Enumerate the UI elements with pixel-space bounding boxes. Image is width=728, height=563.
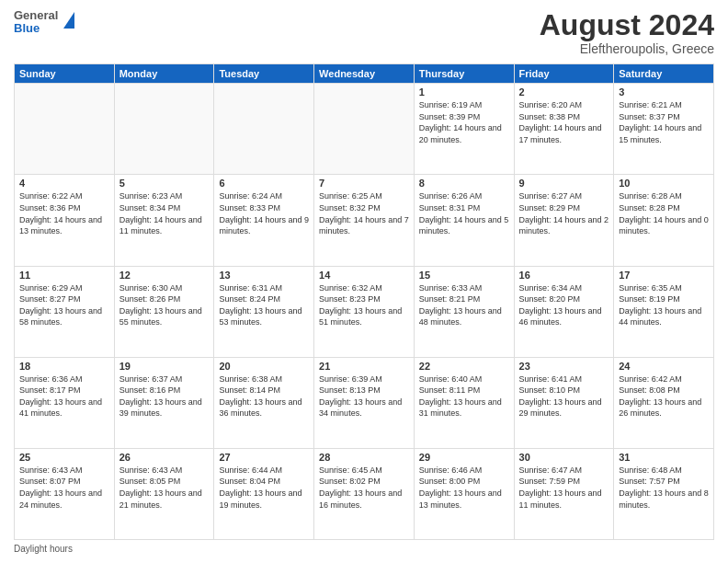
logo-triangle-icon <box>63 12 74 29</box>
calendar-cell: 20Sunrise: 6:38 AM Sunset: 8:14 PM Dayli… <box>214 357 314 448</box>
logo-text: General Blue <box>14 9 58 36</box>
day-info: Sunrise: 6:25 AM Sunset: 8:32 PM Dayligh… <box>319 190 409 236</box>
calendar-cell: 17Sunrise: 6:35 AM Sunset: 8:19 PM Dayli… <box>614 266 714 357</box>
calendar-cell: 25Sunrise: 6:43 AM Sunset: 8:07 PM Dayli… <box>15 448 115 539</box>
weekday-header-sunday: Sunday <box>15 64 115 84</box>
day-info: Sunrise: 6:48 AM Sunset: 7:57 PM Dayligh… <box>619 465 709 511</box>
day-number: 19 <box>119 361 210 372</box>
calendar-cell: 21Sunrise: 6:39 AM Sunset: 8:13 PM Dayli… <box>314 357 415 448</box>
calendar-location: Eleftheroupolis, Greece <box>540 41 714 56</box>
weekday-header-thursday: Thursday <box>414 64 514 84</box>
calendar-cell: 19Sunrise: 6:37 AM Sunset: 8:16 PM Dayli… <box>114 357 214 448</box>
calendar-week-5: 25Sunrise: 6:43 AM Sunset: 8:07 PM Dayli… <box>15 448 714 539</box>
day-number: 28 <box>319 452 409 463</box>
day-number: 22 <box>419 361 509 372</box>
weekday-header-saturday: Saturday <box>614 64 714 84</box>
day-info: Sunrise: 6:24 AM Sunset: 8:33 PM Dayligh… <box>219 190 309 236</box>
day-info: Sunrise: 6:38 AM Sunset: 8:14 PM Dayligh… <box>219 373 309 419</box>
day-number: 23 <box>519 361 609 372</box>
day-number: 25 <box>19 452 109 463</box>
day-info: Sunrise: 6:19 AM Sunset: 8:39 PM Dayligh… <box>419 99 509 145</box>
page: General Blue August 2024 Eleftheroupolis… <box>0 0 728 563</box>
day-number: 14 <box>319 270 409 281</box>
calendar-cell: 22Sunrise: 6:40 AM Sunset: 8:11 PM Dayli… <box>414 357 514 448</box>
calendar-cell: 2Sunrise: 6:20 AM Sunset: 8:38 PM Daylig… <box>514 84 614 175</box>
day-number: 3 <box>619 86 709 98</box>
day-info: Sunrise: 6:21 AM Sunset: 8:37 PM Dayligh… <box>619 99 709 145</box>
calendar-table: SundayMondayTuesdayWednesdayThursdayFrid… <box>14 63 714 540</box>
day-info: Sunrise: 6:23 AM Sunset: 8:34 PM Dayligh… <box>119 190 210 236</box>
calendar-cell: 26Sunrise: 6:43 AM Sunset: 8:05 PM Dayli… <box>114 448 214 539</box>
calendar-week-3: 11Sunrise: 6:29 AM Sunset: 8:27 PM Dayli… <box>15 266 714 357</box>
day-info: Sunrise: 6:43 AM Sunset: 8:07 PM Dayligh… <box>19 465 109 511</box>
calendar-cell: 4Sunrise: 6:22 AM Sunset: 8:36 PM Daylig… <box>15 175 115 266</box>
calendar-week-1: 1Sunrise: 6:19 AM Sunset: 8:39 PM Daylig… <box>15 84 714 175</box>
calendar-cell: 27Sunrise: 6:44 AM Sunset: 8:04 PM Dayli… <box>214 448 314 539</box>
day-number: 16 <box>519 270 609 281</box>
calendar-cell: 29Sunrise: 6:46 AM Sunset: 8:00 PM Dayli… <box>414 448 514 539</box>
day-info: Sunrise: 6:32 AM Sunset: 8:23 PM Dayligh… <box>319 282 409 328</box>
calendar-cell: 10Sunrise: 6:28 AM Sunset: 8:28 PM Dayli… <box>614 175 714 266</box>
day-number: 24 <box>619 361 709 372</box>
weekday-header-monday: Monday <box>114 64 214 84</box>
day-number: 9 <box>519 178 609 189</box>
calendar-cell: 7Sunrise: 6:25 AM Sunset: 8:32 PM Daylig… <box>314 175 415 266</box>
day-info: Sunrise: 6:34 AM Sunset: 8:20 PM Dayligh… <box>519 282 609 328</box>
logo-blue: Blue <box>14 22 58 35</box>
day-number: 29 <box>419 452 509 463</box>
calendar-cell: 30Sunrise: 6:47 AM Sunset: 7:59 PM Dayli… <box>514 448 614 539</box>
day-info: Sunrise: 6:20 AM Sunset: 8:38 PM Dayligh… <box>519 99 609 145</box>
day-number: 31 <box>619 452 709 463</box>
title-block: August 2024 Eleftheroupolis, Greece <box>540 9 714 56</box>
day-number: 1 <box>419 86 509 98</box>
calendar-cell <box>214 84 314 175</box>
day-info: Sunrise: 6:36 AM Sunset: 8:17 PM Dayligh… <box>19 373 109 419</box>
calendar-cell: 13Sunrise: 6:31 AM Sunset: 8:24 PM Dayli… <box>214 266 314 357</box>
calendar-cell <box>15 84 115 175</box>
calendar-cell: 3Sunrise: 6:21 AM Sunset: 8:37 PM Daylig… <box>614 84 714 175</box>
day-info: Sunrise: 6:27 AM Sunset: 8:29 PM Dayligh… <box>519 190 609 236</box>
calendar-cell: 15Sunrise: 6:33 AM Sunset: 8:21 PM Dayli… <box>414 266 514 357</box>
day-info: Sunrise: 6:39 AM Sunset: 8:13 PM Dayligh… <box>319 373 409 419</box>
day-info: Sunrise: 6:33 AM Sunset: 8:21 PM Dayligh… <box>419 282 509 328</box>
day-number: 20 <box>219 361 309 372</box>
day-number: 5 <box>119 178 210 189</box>
calendar-cell: 1Sunrise: 6:19 AM Sunset: 8:39 PM Daylig… <box>414 84 514 175</box>
day-number: 18 <box>19 361 109 372</box>
calendar-cell: 9Sunrise: 6:27 AM Sunset: 8:29 PM Daylig… <box>514 175 614 266</box>
day-info: Sunrise: 6:29 AM Sunset: 8:27 PM Dayligh… <box>19 282 109 328</box>
day-number: 4 <box>19 178 109 189</box>
day-number: 13 <box>219 270 309 281</box>
day-info: Sunrise: 6:44 AM Sunset: 8:04 PM Dayligh… <box>219 465 309 511</box>
day-info: Sunrise: 6:42 AM Sunset: 8:08 PM Dayligh… <box>619 373 709 419</box>
day-info: Sunrise: 6:47 AM Sunset: 7:59 PM Dayligh… <box>519 465 609 511</box>
day-info: Sunrise: 6:40 AM Sunset: 8:11 PM Dayligh… <box>419 373 509 419</box>
day-info: Sunrise: 6:46 AM Sunset: 8:00 PM Dayligh… <box>419 465 509 511</box>
day-number: 27 <box>219 452 309 463</box>
day-number: 8 <box>419 178 509 189</box>
day-info: Sunrise: 6:45 AM Sunset: 8:02 PM Dayligh… <box>319 465 409 511</box>
day-info: Sunrise: 6:43 AM Sunset: 8:05 PM Dayligh… <box>119 465 210 511</box>
footer-daylight: Daylight hours <box>14 544 714 554</box>
day-number: 17 <box>619 270 709 281</box>
day-number: 15 <box>419 270 509 281</box>
weekday-header-tuesday: Tuesday <box>214 64 314 84</box>
calendar-cell: 6Sunrise: 6:24 AM Sunset: 8:33 PM Daylig… <box>214 175 314 266</box>
calendar-title: August 2024 <box>540 9 714 41</box>
day-info: Sunrise: 6:31 AM Sunset: 8:24 PM Dayligh… <box>219 282 309 328</box>
day-number: 6 <box>219 178 309 189</box>
day-number: 30 <box>519 452 609 463</box>
weekday-header-row: SundayMondayTuesdayWednesdayThursdayFrid… <box>15 64 714 84</box>
calendar-week-2: 4Sunrise: 6:22 AM Sunset: 8:36 PM Daylig… <box>15 175 714 266</box>
calendar-cell <box>114 84 214 175</box>
calendar-cell: 5Sunrise: 6:23 AM Sunset: 8:34 PM Daylig… <box>114 175 214 266</box>
day-info: Sunrise: 6:22 AM Sunset: 8:36 PM Dayligh… <box>19 190 109 236</box>
day-info: Sunrise: 6:26 AM Sunset: 8:31 PM Dayligh… <box>419 190 509 236</box>
calendar-cell: 28Sunrise: 6:45 AM Sunset: 8:02 PM Dayli… <box>314 448 415 539</box>
calendar-cell: 12Sunrise: 6:30 AM Sunset: 8:26 PM Dayli… <box>114 266 214 357</box>
calendar-cell: 14Sunrise: 6:32 AM Sunset: 8:23 PM Dayli… <box>314 266 415 357</box>
calendar-cell: 18Sunrise: 6:36 AM Sunset: 8:17 PM Dayli… <box>15 357 115 448</box>
day-number: 11 <box>19 270 109 281</box>
calendar-cell <box>314 84 415 175</box>
weekday-header-wednesday: Wednesday <box>314 64 415 84</box>
